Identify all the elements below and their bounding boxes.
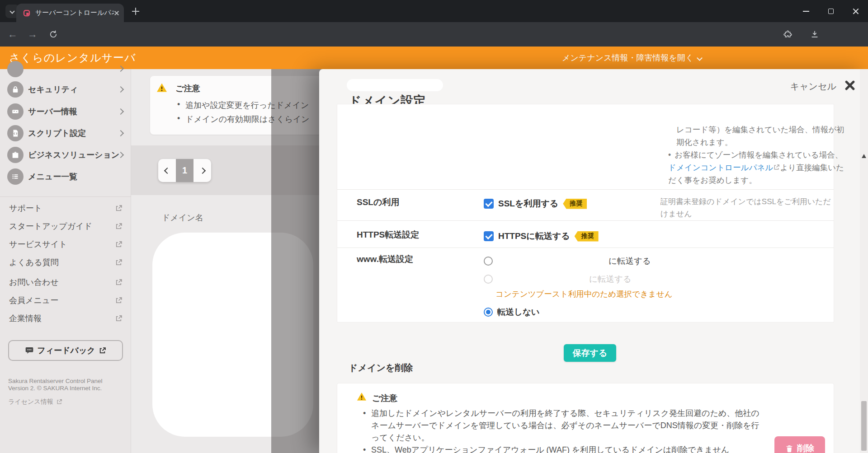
ssl-checkbox-label: SSLを利用する [498, 198, 558, 210]
sidebar-divider [0, 196, 131, 197]
https-row-label: HTTPS転送設定 [357, 229, 419, 241]
sidebar-item-label: サーバー情報 [28, 106, 77, 117]
forward-option2-label: に転送する [589, 273, 632, 285]
external-link-icon [773, 164, 780, 171]
external-link-icon [115, 259, 123, 266]
modal-close-icon[interactable] [844, 79, 856, 92]
zone-bullet-pre: お客様にてゾーン情報を編集されている場合、 [675, 150, 843, 159]
zone-note-tail: レコード等）を編集されていた場合、情報が初期化されます。 [668, 123, 844, 149]
trash-icon [785, 444, 793, 453]
close-icon [852, 8, 859, 15]
sidebar-item-label: ビジネスソリューション [28, 149, 119, 160]
no-forward-radio-selected[interactable] [484, 308, 493, 317]
extensions-button[interactable] [778, 22, 797, 47]
sidebar-link-label: 企業情報 [9, 313, 42, 324]
maintenance-info-link[interactable]: メンテナンス情報・障害情報を開く [562, 47, 702, 69]
app-header: さくらのレンタルサーバ 3 メンテナンス情報・障害情報を開く [0, 47, 868, 69]
sidebar-item-cut-icon [7, 61, 24, 77]
row-divider [337, 220, 834, 221]
notice-title: ご注意 [175, 83, 200, 94]
zone-note-bullet: お客様にてゾーン情報を編集されている場合、ドメインコントロールパネルより直接編集… [668, 149, 844, 187]
cancel-label[interactable]: キャンセル [790, 80, 836, 93]
zone-info-note: レコード等）を編集されていた場合、情報が初期化されます。 お客様にてゾーン情報を… [668, 123, 844, 187]
downloads-button[interactable] [806, 22, 824, 47]
minimize-icon [803, 11, 809, 12]
external-link-icon [115, 205, 123, 212]
bullet-dot: • [177, 114, 180, 123]
footer-line2: Version 2. © SAKURA Internet Inc. [8, 385, 103, 392]
www-forward-option2-disabled: に転送する [484, 273, 632, 285]
window-minimize-button[interactable] [793, 0, 818, 22]
sidebar-link-label: お問い合わせ [9, 277, 59, 288]
sidebar-item-security[interactable]: セキュリティ [0, 79, 131, 99]
new-tab-button[interactable] [130, 6, 141, 17]
sidebar-item-script-settings[interactable]: スクリプト設定 [0, 123, 131, 143]
sidebar-item-label: メニュー一覧 [28, 171, 77, 182]
sidebar-item-business-solution[interactable]: ビジネスソリューション [0, 145, 131, 165]
chevron-right-icon [118, 130, 124, 136]
app-brand: さくらのレンタルサーバ [9, 47, 136, 69]
lock-icon [7, 81, 24, 98]
chevron-right-icon [118, 86, 124, 93]
tab-title: サーバーコントロールパネル [35, 9, 114, 17]
sidebar-item-server-info[interactable]: サーバー情報 [0, 102, 131, 121]
domain-control-panel-link[interactable]: ドメインコントロールパネル [668, 163, 773, 172]
feedback-button[interactable]: フィードバック [8, 340, 123, 361]
chevron-right-icon [118, 108, 124, 115]
scrollbar-thumb[interactable] [861, 401, 867, 451]
server-icon [7, 103, 24, 120]
scroll-up-arrow-icon[interactable] [862, 154, 866, 158]
delete-notice-bullet: SSL、Webアプリケーションファイアウォール (WAF) を利用しているドメイ… [362, 444, 764, 453]
chevron-left-icon [164, 167, 170, 173]
sidebar-link-label: スタートアップガイド [9, 221, 92, 232]
browser-titlebar: サーバーコントロールパネル [0, 0, 868, 22]
back-button[interactable]: ← [4, 22, 22, 47]
sidebar-link-label: 会員メニュー [9, 295, 58, 306]
sakura-favicon-icon [23, 9, 31, 17]
external-link-icon [115, 297, 123, 304]
license-info-link[interactable]: ライセンス情報 [8, 398, 62, 406]
delete-notice-list: 追加したドメインやレンタルサーバーの利用を終了する際、セキュリティリスク発生回避… [362, 407, 764, 453]
recommended-badge: 推奨 [563, 199, 587, 209]
sidebar-item-menu-list[interactable]: メニュー一覧 [0, 167, 131, 187]
forward-radio-unselected[interactable] [484, 257, 493, 266]
warning-icon [156, 82, 167, 93]
briefcase-icon [7, 147, 24, 163]
window-maximize-button[interactable] [818, 0, 843, 22]
https-control-row: HTTPSに転送する 推奨 [484, 230, 599, 242]
no-forward-label: 転送しない [497, 306, 540, 318]
maintenance-info-label: メンテナンス情報・障害情報を開く [562, 52, 693, 63]
external-link-icon [99, 347, 106, 355]
download-icon [810, 30, 819, 39]
external-link-icon [56, 399, 62, 405]
ssl-checkbox-checked[interactable] [484, 199, 494, 209]
recommended-badge: 推奨 [575, 231, 599, 242]
maximize-icon [828, 9, 834, 14]
pagination-current-page[interactable]: 1 [176, 159, 193, 182]
sidebar-item-label: セキュリティ [28, 84, 78, 95]
ssl-note: 証明書未登録のドメインではSSLをご利用いただけません [660, 196, 837, 220]
browser-tab[interactable]: サーバーコントロールパネル [16, 4, 124, 22]
warning-icon [357, 392, 367, 402]
tab-close-icon[interactable] [114, 10, 119, 16]
delete-button-label: 削除 [797, 443, 814, 453]
reload-button[interactable] [44, 22, 62, 47]
chevron-down-icon [9, 9, 14, 14]
delete-button[interactable]: 削除 [774, 436, 825, 453]
pagination-next-button[interactable] [193, 159, 211, 182]
https-checkbox-checked[interactable] [484, 231, 494, 241]
save-button[interactable]: 保存する [564, 344, 616, 362]
domain-name-redacted [347, 79, 443, 91]
external-link-icon [115, 279, 123, 286]
forward-radio-disabled [484, 275, 493, 284]
sidebar-item-label: スクリプト設定 [28, 128, 86, 139]
pagination-prev-button[interactable] [158, 159, 176, 182]
puzzle-icon [783, 30, 793, 39]
delete-notice-card: ご注意 追加したドメインやレンタルサーバーの利用を終了する際、セキュリティリスク… [337, 383, 834, 453]
chevron-down-icon [697, 55, 703, 61]
modal-scrollbar [860, 69, 868, 453]
window-close-button[interactable] [843, 0, 868, 22]
forward-button[interactable]: → [24, 22, 42, 47]
browser-toolbar: ← → secure.sakura.ad.jp/rs/cp/domain/lis… [0, 22, 868, 47]
sidebar: セキュリティ サーバー情報 スクリプト設定 ビジネスソリューション [0, 69, 131, 453]
